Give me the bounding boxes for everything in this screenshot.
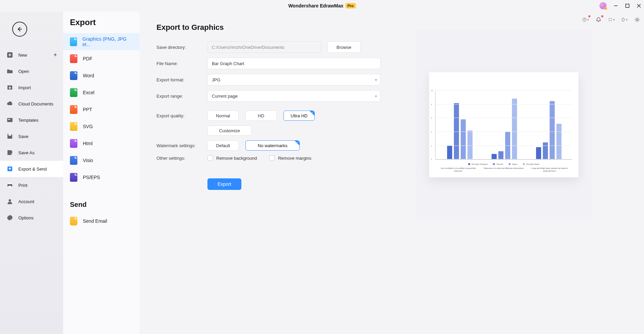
save-directory-input[interactable]: C:/Users/rimzh/OneDrive/Documents [207,41,321,53]
svg-point-12 [9,199,11,202]
label-save-dir: Save directory: [157,45,207,50]
notifications-icon[interactable] [595,16,602,23]
gear-icon [6,214,14,221]
label-other: Other settings: [157,156,207,161]
preview-document: 0246810 Strongly DisagreeNeutralAgreeStr… [429,72,578,177]
export-type-pdf[interactable]: PDF [63,50,140,67]
label-watermark: Watermark settings: [157,143,207,148]
checkbox-icon [269,155,275,161]
nav-item-options[interactable]: Options [0,210,63,226]
header-toolbar: ▾ ▾ ▾ [582,16,641,23]
nav-label: Open [18,69,29,74]
window-minimize-button[interactable] [613,3,618,8]
chevron-down-icon: ▾ [375,94,377,98]
label-range: Export range: [157,94,207,99]
app-name: Wondershare EdrawMax [288,3,343,8]
export-type-html[interactable]: Html [63,135,140,152]
export-type-ppt[interactable]: PPT [63,101,140,118]
nav-item-new[interactable]: New + [0,47,63,63]
preview-panel: 0246810 Strongly DisagreeNeutralAgreeStr… [381,23,627,334]
nav-item-cloud-documents[interactable]: Cloud Documents [0,96,63,112]
nav-item-save-as[interactable]: Save As [0,144,63,161]
export-type-word[interactable]: Word [63,67,140,84]
svg-point-2 [584,21,585,21]
watermark-default-button[interactable]: Default [207,140,239,151]
nav-item-export-send[interactable]: Export & Send [0,161,63,177]
primary-nav: New + Open Import Cloud Documents [0,12,63,334]
nav-label: Cloud Documents [18,101,53,106]
import-icon [6,84,14,91]
nav-label: New [18,53,27,58]
preview-background: 0246810 Strongly DisagreeNeutralAgreeStr… [416,30,592,220]
print-icon [6,181,14,189]
export-type-excel[interactable]: Excel [63,84,140,101]
export-type-visio[interactable]: Visio [63,152,140,169]
plus-icon: + [53,52,57,59]
folder-icon [6,67,14,75]
cloud-icon [6,100,14,107]
ppt-file-icon [70,105,77,114]
html-file-icon [70,139,77,148]
selected-check-icon [310,111,314,116]
quality-ultrahd-button[interactable]: Ultra HD [283,111,315,121]
word-file-icon [70,71,77,80]
chart-captions: I am confident in my ability to prescrib… [435,167,572,173]
checkbox-icon [207,155,213,161]
export-type-pseps[interactable]: PS/EPS [63,169,140,186]
back-button[interactable] [12,22,27,37]
label-format: Export format: [157,77,207,82]
file-name-input[interactable]: Bar Graph Chart [207,58,381,69]
chevron-down-icon: ▾ [375,78,377,82]
export-heading: Export [63,18,140,33]
customize-quality-button[interactable]: Customize [207,125,252,136]
title-bar: Wondershare EdrawMax Pro [0,0,644,12]
window-maximize-button[interactable] [625,3,630,8]
nav-label: Options [18,215,34,220]
export-type-svg[interactable]: SVG [63,118,140,135]
window-close-button[interactable] [637,3,641,8]
nav-item-open[interactable]: Open [0,63,63,79]
nav-item-print[interactable]: Print [0,177,63,193]
theme-icon[interactable]: ▾ [621,16,628,23]
svg-rect-0 [626,4,629,7]
quality-normal-button[interactable]: Normal [207,111,239,121]
pro-badge: Pro [346,3,356,8]
remove-margins-checkbox[interactable]: Remove margins [269,155,311,161]
plus-square-icon [6,51,14,59]
send-email[interactable]: Send Email [63,213,140,230]
save-icon [6,133,14,140]
nav-item-account[interactable]: Account [0,193,63,210]
watermark-none-button[interactable]: No watermarks [245,140,300,151]
browse-button[interactable]: Browse [327,41,361,53]
help-icon[interactable]: ▾ [582,16,589,23]
nav-item-templates[interactable]: Templates [0,112,63,128]
export-format-select[interactable]: JPG▾ [207,74,381,85]
pdf-file-icon [70,54,77,63]
nav-item-import[interactable]: Import [0,79,63,96]
export-type-graphics[interactable]: Graphics (PNG, JPG et... [63,33,140,50]
excel-file-icon [70,88,77,97]
svg-rect-5 [7,118,13,122]
visio-file-icon [70,156,77,165]
settings-icon[interactable] [634,16,641,23]
export-button[interactable]: Export [207,178,241,190]
svg-rect-11 [8,186,11,188]
label-file-name: File Name: [157,61,207,66]
nav-label: Import [18,85,31,90]
label-quality: Export quality: [157,113,207,118]
quality-hd-button[interactable]: HD [245,111,277,121]
remove-background-checkbox[interactable]: Remove background [207,155,257,161]
image-file-icon [70,37,77,46]
nav-label: Save As [18,150,35,155]
user-avatar-icon[interactable] [599,2,607,9]
send-heading: Send [63,186,140,213]
export-range-select[interactable]: Current page▾ [207,90,381,102]
nav-item-save[interactable]: Save [0,128,63,144]
nav-label: Templates [18,118,38,123]
account-icon [6,198,14,205]
nav-label: Export & Send [18,166,47,172]
export-type-list: Export Graphics (PNG, JPG et... PDF Word… [63,12,140,334]
export-icon [6,165,14,173]
shortcuts-icon[interactable]: ▾ [608,16,615,23]
svg-point-3 [636,19,638,20]
